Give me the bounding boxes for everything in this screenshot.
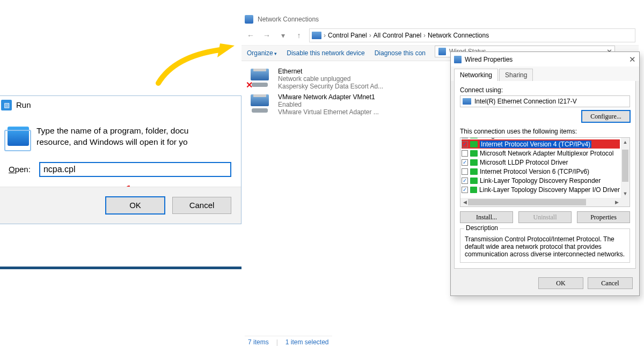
close-icon[interactable]: ✕ [629, 55, 636, 64]
crumb-3[interactable]: Network Connections [428, 32, 489, 39]
selection-count: 1 item selected [286, 338, 329, 346]
conn-device: Kaspersky Security Data Escort Ad... [278, 83, 433, 90]
tab-sharing[interactable]: Sharing [499, 69, 533, 81]
cancel-button[interactable]: Cancel [172, 197, 231, 214]
run-title: Run [16, 100, 31, 109]
nav-back[interactable]: ← [245, 29, 257, 41]
error-x-icon: ✕ [246, 80, 253, 90]
protocol-label: Internet Protocol Version 4 (TCP/IPv4) [480, 141, 591, 148]
checkbox[interactable]: ✓ [462, 137, 468, 138]
items-listbox[interactable]: ✓Bridge Driver✓Internet Protocol Version… [460, 137, 630, 207]
diagnose-action[interactable]: Diagnose this con [375, 49, 426, 57]
description-legend: Description [464, 224, 500, 232]
adapter-icon [247, 93, 273, 114]
adapter-icon [438, 48, 446, 55]
network-connections-icon [245, 15, 253, 24]
organize-menu[interactable]: Organize [247, 49, 277, 57]
adapter-icon [463, 98, 471, 105]
explorer-titlebar: Network Connections [241, 13, 639, 26]
address-bar[interactable]: › Control Panel › All Control Panel › Ne… [309, 28, 635, 42]
checkbox[interactable]: ✓ [462, 187, 468, 193]
configure-button[interactable]: Configure... [582, 110, 630, 122]
horizontal-scrollbar[interactable]: ◀▶ [460, 198, 621, 206]
run-description: Type the name of a program, folder, docu… [36, 125, 188, 148]
address-icon [312, 32, 321, 39]
protocol-item[interactable]: ✓Link-Layer Topology Discovery Responder [462, 176, 620, 185]
nav-recent[interactable]: ▾ [277, 29, 289, 41]
checkbox[interactable]: ✓ [462, 178, 468, 184]
install-button[interactable]: Install... [460, 211, 513, 223]
conn-status: Network cable unplugged [278, 75, 433, 83]
protocol-icon [470, 178, 478, 184]
vertical-scrollbar[interactable]: ▲▼ [621, 138, 630, 198]
crumb-1[interactable]: Control Panel [328, 32, 367, 39]
protocol-icon [470, 168, 478, 175]
connect-using-label: Connect using: [460, 86, 630, 94]
item-count: 7 items [248, 338, 269, 346]
conn-device: VMware Virtual Ethernet Adapter ... [278, 108, 433, 116]
protocol-icon [470, 150, 478, 157]
protocol-item[interactable]: ✓Microsoft LLDP Protocol Driver [462, 158, 620, 167]
adapter-icon: ✕ [247, 68, 273, 88]
tab-networking[interactable]: Networking [454, 69, 498, 81]
run-dialog: ▧ Run Type the name of a program, folder… [0, 95, 241, 224]
nav-up[interactable]: ↑ [293, 29, 305, 41]
properties-title: Wired Properties [465, 56, 513, 63]
protocol-item[interactable]: Internet Protocol Version 6 (TCP/IPv6) [462, 167, 620, 176]
run-large-icon [8, 127, 29, 146]
description-text: Transmission Control Protocol/Internet P… [465, 235, 625, 258]
chevron-right-icon: › [324, 32, 326, 39]
chevron-right-icon: › [423, 32, 426, 39]
nav-forward[interactable]: → [261, 29, 273, 41]
svg-marker-0 [217, 43, 235, 57]
protocol-label: Microsoft Network Adapter Multiplexor Pr… [480, 150, 613, 157]
protocol-icon [470, 137, 478, 138]
open-input[interactable] [39, 162, 231, 177]
protocol-label: Link-Layer Topology Discovery Responder [480, 177, 601, 184]
status-bar: 7 items | 1 item selected [245, 336, 332, 348]
explorer-title: Network Connections [258, 16, 319, 23]
run-icon: ▧ [1, 100, 12, 110]
ok-button[interactable]: OK [538, 277, 583, 289]
protocol-item[interactable]: Microsoft Network Adapter Multiplexor Pr… [462, 149, 620, 158]
adapter-icon [454, 56, 462, 63]
wired-properties-dialog: Wired Properties ✕ Networking Sharing Co… [450, 51, 640, 296]
protocol-label: Microsoft LLDP Protocol Driver [480, 159, 568, 166]
conn-status: Enabled [278, 101, 433, 108]
protocol-item[interactable]: ✓Link-Layer Topology Discovery Mapper I/… [462, 185, 620, 194]
chevron-right-icon: › [369, 32, 371, 39]
checkbox[interactable]: ✓ [462, 159, 468, 166]
protocol-label: Bridge Driver [480, 137, 517, 139]
ok-button[interactable]: OK [106, 197, 165, 214]
checkbox[interactable] [462, 150, 468, 157]
open-label: Open: [9, 165, 31, 174]
protocol-label: Internet Protocol Version 6 (TCP/IPv6) [480, 168, 589, 175]
disable-device-action[interactable]: Disable this network device [287, 49, 364, 57]
uninstall-button: Uninstall [518, 211, 572, 223]
annotation-arrow-1 [153, 40, 239, 88]
properties-tabs: Networking Sharing [451, 67, 639, 81]
crumb-2[interactable]: All Control Panel [374, 32, 421, 39]
protocol-label: Link-Layer Topology Discovery Mapper I/O… [479, 186, 620, 194]
protocol-icon [470, 159, 478, 166]
cancel-button[interactable]: Cancel [588, 277, 633, 289]
conn-name: VMware Network Adapter VMnet1 [278, 93, 433, 101]
run-titlebar: ▧ Run [0, 96, 241, 114]
checkbox[interactable] [462, 168, 468, 175]
protocol-icon [470, 141, 478, 147]
properties-button[interactable]: Properties [577, 211, 630, 223]
conn-name: Ethernet [278, 68, 433, 75]
adapter-name: Intel(R) Ethernet Connection I217-V [474, 98, 577, 105]
connection-item[interactable]: ✕ EthernetNetwork cable unpluggedKaspers… [247, 68, 433, 90]
adapter-display: Intel(R) Ethernet Connection I217-V [460, 95, 630, 107]
explorer-navbar: ← → ▾ ↑ › Control Panel › All Control Pa… [241, 26, 639, 45]
checkbox[interactable]: ✓ [462, 141, 468, 147]
connection-item[interactable]: VMware Network Adapter VMnet1EnabledVMwa… [247, 93, 433, 116]
items-label: This connection uses the following items… [460, 128, 630, 135]
description-group: Description Transmission Control Protoco… [460, 228, 630, 263]
protocol-item[interactable]: ✓Internet Protocol Version 4 (TCP/IPv4) [462, 139, 620, 149]
properties-titlebar: Wired Properties ✕ [451, 52, 639, 67]
protocol-icon [470, 187, 477, 193]
